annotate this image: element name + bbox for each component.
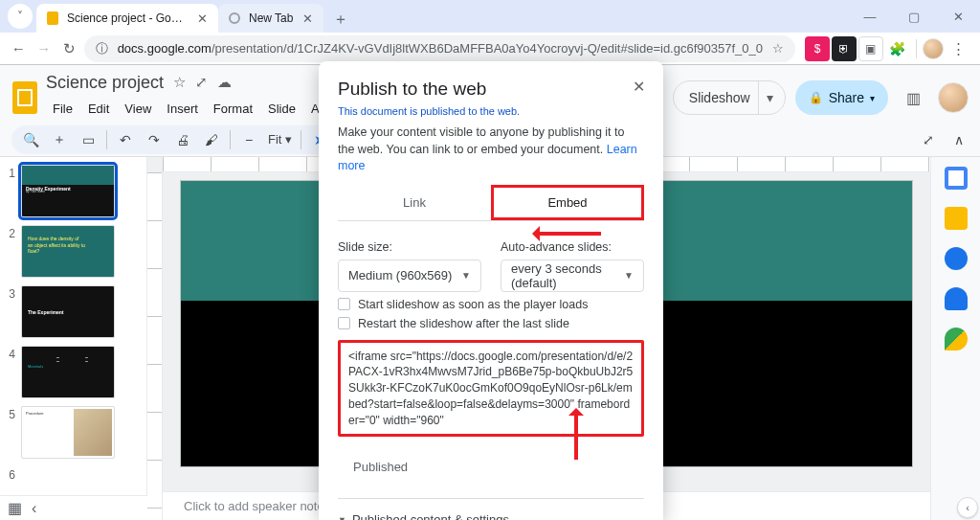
checkbox-restart-slideshow[interactable]: Restart the slideshow after the last sli… bbox=[338, 317, 644, 330]
slide-thumbnail-2[interactable]: How does the density of an object affect… bbox=[21, 225, 115, 278]
extension-box[interactable]: ▣ bbox=[858, 36, 883, 61]
undo-icon[interactable]: ↶ bbox=[112, 127, 139, 152]
extension-pink[interactable]: $ bbox=[805, 36, 830, 61]
slide-size-select[interactable]: Medium (960x569) ▼ bbox=[338, 260, 481, 292]
filmstrip-footer: ▦ ‹ bbox=[0, 495, 147, 520]
address-text: docs.google.com/presentation/d/1CrJZ4KV-… bbox=[118, 41, 763, 56]
expand-icon[interactable]: ⤢ bbox=[915, 127, 942, 152]
zoom-out-icon[interactable]: − bbox=[235, 127, 262, 152]
slide-number: 5 bbox=[6, 406, 15, 421]
slide-thumb-row[interactable]: 5 Procedure bbox=[0, 402, 146, 463]
published-button[interactable]: Published bbox=[338, 450, 423, 483]
filmstrip-back-icon[interactable]: ‹ bbox=[32, 500, 36, 517]
divider bbox=[916, 39, 917, 58]
share-button[interactable]: 🔒 Share ▾ bbox=[795, 80, 888, 115]
menu-insert[interactable]: Insert bbox=[160, 100, 205, 118]
menu-slide[interactable]: Slide bbox=[261, 100, 302, 118]
dialog-close-icon[interactable]: ✕ bbox=[627, 75, 650, 98]
slides-logo[interactable] bbox=[8, 69, 42, 123]
cloud-status-icon[interactable]: ☁ bbox=[217, 74, 232, 91]
new-slide-icon[interactable]: ＋ bbox=[46, 127, 73, 152]
divider bbox=[230, 130, 231, 149]
checkbox-icon bbox=[338, 317, 350, 329]
sidepanel-maps-icon[interactable] bbox=[945, 328, 968, 350]
collapse-panel-icon[interactable]: ∧ bbox=[946, 127, 972, 152]
forward-button[interactable]: → bbox=[33, 35, 56, 62]
caret-down-icon: ▼ bbox=[461, 270, 471, 281]
chrome-profile-avatar[interactable] bbox=[923, 38, 944, 59]
slide-thumb-row[interactable]: 3 The Experiment bbox=[0, 282, 146, 342]
chrome-search-tabs[interactable]: ˅ bbox=[8, 4, 33, 29]
slideshow-caret[interactable]: ▾ bbox=[758, 81, 781, 114]
extensions-menu-icon[interactable]: 🧩 bbox=[885, 36, 910, 61]
redo-icon[interactable]: ↷ bbox=[141, 127, 167, 152]
reload-button[interactable]: ↻ bbox=[58, 35, 80, 62]
window-close[interactable]: ✕ bbox=[936, 0, 980, 33]
sidepanel-keep-icon[interactable] bbox=[945, 207, 968, 230]
slide-thumb-row[interactable]: 6 bbox=[0, 463, 146, 486]
divider bbox=[106, 130, 107, 149]
slide-thumbnail-4[interactable]: Materials •••••• •••••• bbox=[21, 346, 115, 398]
menu-edit[interactable]: Edit bbox=[81, 100, 116, 118]
sidepanel-collapse-icon[interactable]: ‹ bbox=[957, 497, 978, 518]
window-minimize[interactable]: — bbox=[848, 0, 892, 33]
share-label: Share bbox=[829, 90, 864, 105]
filmstrip[interactable]: 1 Density Experiment By: Your Name 2 How… bbox=[0, 157, 147, 520]
sidepanel-contacts-icon[interactable] bbox=[945, 287, 968, 310]
zoom-fit[interactable]: Fit ▾ bbox=[264, 132, 296, 147]
bookmark-star-icon[interactable]: ☆ bbox=[772, 41, 784, 56]
menu-format[interactable]: Format bbox=[207, 100, 259, 118]
print-icon[interactable]: 🖨 bbox=[169, 127, 196, 152]
checkbox-start-slideshow[interactable]: Start slideshow as soon as the player lo… bbox=[338, 298, 644, 311]
close-tab-icon[interactable]: ✕ bbox=[301, 12, 314, 25]
close-tab-icon[interactable]: ✕ bbox=[195, 12, 209, 25]
tab-link[interactable]: Link bbox=[338, 185, 491, 220]
document-title[interactable]: Science project bbox=[46, 73, 164, 93]
back-button[interactable]: ← bbox=[8, 35, 30, 62]
slide-thumb-row[interactable]: 4 Materials •••••• •••••• bbox=[0, 342, 146, 402]
triangle-down-icon: ▼ bbox=[338, 515, 346, 520]
chrome-tab-active[interactable]: Science project - Google Slides ✕ bbox=[36, 4, 218, 33]
window-maximize[interactable]: ▢ bbox=[892, 0, 936, 33]
chrome-menu-icon[interactable]: ⋮ bbox=[946, 35, 972, 62]
published-content-settings-toggle[interactable]: ▼ Published content & settings bbox=[338, 512, 644, 520]
move-icon[interactable]: ⤢ bbox=[195, 74, 208, 91]
search-menus-icon[interactable]: 🔍 bbox=[17, 127, 44, 152]
layout-icon[interactable]: ▭ bbox=[75, 127, 101, 152]
extension-shield[interactable]: ⛨ bbox=[832, 36, 857, 61]
slide-number: 3 bbox=[6, 285, 15, 301]
slide-thumbnail-1[interactable]: Density Experiment By: Your Name bbox=[21, 165, 115, 217]
slide-thumb-row[interactable]: 2 How does the density of an object affe… bbox=[0, 221, 146, 282]
slideshow-button[interactable]: Slideshow ▾ bbox=[673, 80, 786, 115]
caret-down-icon: ▾ bbox=[870, 93, 875, 103]
slide-thumbnail-5[interactable]: Procedure bbox=[21, 406, 115, 459]
present-icon[interactable]: ▥ bbox=[898, 82, 928, 113]
menu-file[interactable]: File bbox=[46, 100, 79, 118]
embed-code-textarea[interactable]: <iframe src="https://docs.google.com/pre… bbox=[338, 340, 644, 438]
slide-number: 4 bbox=[6, 346, 15, 361]
window-controls: — ▢ ✕ bbox=[848, 0, 980, 33]
site-info-icon[interactable]: ⓘ bbox=[96, 40, 108, 57]
slideshow-label: Slideshow bbox=[689, 90, 750, 105]
new-tab-button[interactable]: ＋ bbox=[327, 6, 354, 33]
sidepanel-calendar-icon[interactable] bbox=[945, 167, 968, 190]
chrome-tab[interactable]: New Tab ✕ bbox=[218, 4, 323, 33]
paint-format-icon[interactable]: 🖌 bbox=[198, 127, 225, 152]
auto-advance-select[interactable]: every 3 seconds (default) ▼ bbox=[501, 260, 644, 292]
caret-down-icon: ▼ bbox=[624, 270, 634, 281]
omnibox[interactable]: ⓘ docs.google.com/presentation/d/1CrJZ4K… bbox=[84, 35, 795, 62]
lock-icon: 🔒 bbox=[809, 91, 823, 104]
slide-thumb-row[interactable]: 1 Density Experiment By: Your Name bbox=[0, 161, 146, 221]
slide-thumbnail-3[interactable]: The Experiment bbox=[21, 285, 115, 338]
checkbox-icon bbox=[338, 298, 350, 310]
sidepanel-tasks-icon[interactable] bbox=[945, 247, 968, 270]
slide-number: 2 bbox=[6, 225, 15, 240]
tab-embed[interactable]: Embed bbox=[491, 185, 644, 220]
side-panel bbox=[930, 157, 980, 520]
menu-view[interactable]: View bbox=[118, 100, 158, 118]
grid-view-icon[interactable]: ▦ bbox=[8, 499, 22, 517]
dialog-tabs: Link Embed bbox=[338, 185, 644, 221]
star-icon[interactable]: ☆ bbox=[173, 74, 186, 91]
auto-advance-label: Auto-advance slides: bbox=[501, 240, 644, 254]
account-avatar[interactable] bbox=[938, 82, 969, 113]
